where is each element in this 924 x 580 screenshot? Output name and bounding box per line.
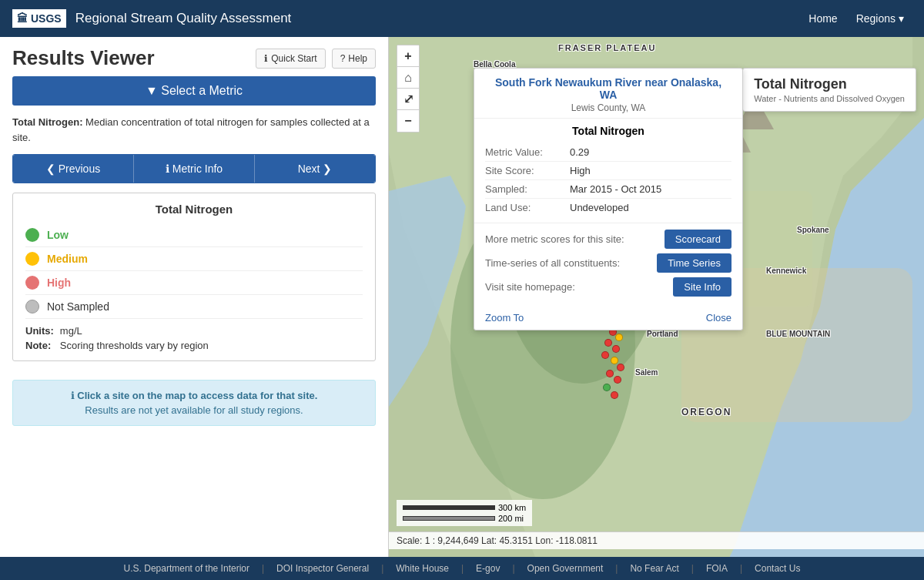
scorecard-button[interactable]: Scorecard bbox=[665, 230, 732, 249]
chevron-down-icon: ▾ bbox=[899, 12, 904, 25]
info-box: ℹ Click a site on the map to access data… bbox=[12, 380, 376, 426]
popup-row-metric-value: Metric Value: 0.29 bbox=[485, 143, 732, 162]
popup-body: Total Nitrogen Metric Value: 0.29 Site S… bbox=[474, 119, 742, 223]
scale-line-300km: 300 km bbox=[403, 503, 526, 512]
legend-label-low: Low bbox=[47, 229, 69, 241]
not-sampled-dot bbox=[25, 300, 39, 313]
usgs-logo: 🏛 USGS bbox=[12, 9, 66, 28]
logo-area: 🏛 USGS Regional Stream Quality Assessmen… bbox=[12, 9, 291, 28]
popup-scorecard-row: More metric scores for this site: Scorec… bbox=[485, 230, 732, 249]
map-dot-6[interactable] bbox=[615, 334, 623, 341]
footer-interior: U.S. Department of the Interior bbox=[118, 563, 256, 574]
scale-bar-200mi bbox=[403, 516, 495, 521]
help-button[interactable]: ? Help bbox=[332, 49, 376, 69]
flag-icon: 🏛 bbox=[17, 12, 28, 25]
map-dot-12[interactable] bbox=[606, 370, 614, 377]
footer-egov[interactable]: E-gov bbox=[470, 563, 506, 574]
popup-row-sampled: Sampled: Mar 2015 - Oct 2015 bbox=[485, 180, 732, 199]
next-button[interactable]: Next ❯ bbox=[255, 155, 375, 183]
popup-row-land-use: Land Use: Undeveloped bbox=[485, 199, 732, 216]
metric-info-card: Total Nitrogen Water - Nutrients and Dis… bbox=[742, 68, 916, 112]
scale-label-300km: 300 km bbox=[498, 503, 526, 512]
legend-item-low: Low bbox=[25, 223, 363, 247]
footer-fear-act[interactable]: No Fear Act bbox=[624, 563, 685, 574]
map-popup: South Fork Newaukum River near Onalaska,… bbox=[474, 68, 743, 330]
map-dot-13[interactable] bbox=[614, 376, 621, 384]
scale-label-200mi: 200 mi bbox=[498, 514, 524, 523]
legend-item-high: High bbox=[25, 271, 363, 295]
legend-item-medium: Medium bbox=[25, 247, 363, 271]
medium-dot bbox=[25, 252, 39, 266]
footer-doi[interactable]: DOI Inspector General bbox=[270, 563, 375, 574]
map-dot-10[interactable] bbox=[611, 357, 618, 364]
popup-header: South Fork Newaukum River near Onalaska,… bbox=[474, 69, 742, 119]
metric-description-bold: Total Nitrogen: bbox=[12, 116, 82, 128]
zoom-in-button[interactable]: + bbox=[397, 45, 419, 67]
map-dot-8[interactable] bbox=[612, 345, 620, 353]
map-scale: 300 km 200 mi bbox=[397, 500, 532, 526]
app-header: 🏛 USGS Regional Stream Quality Assessmen… bbox=[0, 0, 924, 37]
metric-info-button[interactable]: ℹ Metric Info bbox=[133, 155, 255, 183]
legend-label-high: High bbox=[47, 277, 71, 289]
map-zoom-controls: + ⌂ ⤢ − bbox=[397, 45, 420, 132]
scale-line-200mi: 200 mi bbox=[403, 514, 526, 523]
main-content: Results Viewer ℹ Quick Start ? Help ▼ Se… bbox=[0, 37, 924, 557]
metric-card-title: Total Nitrogen bbox=[754, 76, 905, 92]
map-dot-7[interactable] bbox=[604, 339, 612, 347]
nav-home[interactable]: Home bbox=[801, 8, 845, 29]
quick-start-button[interactable]: ℹ Quick Start bbox=[256, 49, 325, 69]
site-info-button[interactable]: Site Info bbox=[673, 277, 732, 297]
popup-row-site-score: Site Score: High bbox=[485, 162, 732, 180]
metric-description: Total Nitrogen: Median concentration of … bbox=[0, 106, 388, 154]
footer-foia[interactable]: FOIA bbox=[700, 563, 734, 574]
page-title: Results Viewer bbox=[12, 46, 155, 70]
popup-footer: Zoom To Close bbox=[474, 307, 742, 330]
home-button[interactable]: ⌂ bbox=[397, 67, 419, 89]
note-value: Scoring thresholds vary by region bbox=[60, 340, 363, 351]
map-area[interactable]: FRASER PLATEAU Bella Coola Spokane Kenne… bbox=[389, 37, 924, 557]
footer-contact-us[interactable]: Contact Us bbox=[748, 563, 806, 574]
footer: U.S. Department of the Interior | DOI In… bbox=[0, 557, 924, 580]
usgs-logo-text: USGS bbox=[31, 12, 62, 25]
map-status: Scale: 1 : 9,244,649 Lat: 45.3151 Lon: -… bbox=[389, 531, 924, 549]
header-nav: Home Regions ▾ bbox=[801, 8, 912, 29]
site-title: Regional Stream Quality Assessment bbox=[75, 11, 292, 26]
map-dot-9[interactable] bbox=[601, 351, 609, 359]
legend-item-not-sampled: Not Sampled bbox=[25, 295, 363, 319]
select-metric-button[interactable]: ▼ Select a Metric bbox=[12, 76, 376, 106]
header-buttons: ℹ Quick Start ? Help bbox=[256, 49, 376, 69]
high-dot bbox=[25, 276, 39, 290]
zoom-to-link[interactable]: Zoom To bbox=[485, 312, 524, 324]
map-dot-14[interactable] bbox=[603, 384, 611, 391]
popup-actions: More metric scores for this site: Scorec… bbox=[474, 223, 742, 307]
units-label: Units: bbox=[25, 325, 54, 337]
previous-button[interactable]: ❮ Previous bbox=[13, 155, 133, 183]
units-value: mg/L bbox=[60, 325, 363, 337]
footer-whitehouse[interactable]: White House bbox=[390, 563, 455, 574]
map-dot-11[interactable] bbox=[617, 364, 624, 371]
question-icon: ? bbox=[340, 53, 346, 64]
popup-timeseries-row: Time-series of all constituents: Time Se… bbox=[485, 253, 732, 273]
popup-location: Lewis County, WA bbox=[485, 102, 732, 113]
info-box-sub: Results are not yet available for all st… bbox=[24, 404, 364, 416]
popup-siteinfo-row: Visit site homepage: Site Info bbox=[485, 277, 732, 297]
legend-title: Total Nitrogen bbox=[25, 203, 363, 216]
time-series-button[interactable]: Time Series bbox=[657, 253, 732, 273]
info-icon-inline: ℹ bbox=[71, 390, 78, 401]
scale-bar: 300 km 200 mi bbox=[403, 503, 526, 523]
info-box-main: Click a site on the map to access data f… bbox=[77, 390, 317, 401]
footer-open-gov[interactable]: Open Government bbox=[521, 563, 610, 574]
low-dot bbox=[25, 228, 39, 242]
nav-regions[interactable]: Regions ▾ bbox=[849, 8, 912, 29]
nav-buttons: ❮ Previous ℹ Metric Info Next ❯ bbox=[12, 154, 376, 183]
fullscreen-button[interactable]: ⤢ bbox=[397, 89, 419, 110]
legend-box: Total Nitrogen Low Medium High Not Sampl… bbox=[12, 193, 376, 361]
legend-label-not-sampled: Not Sampled bbox=[47, 300, 109, 313]
map-dot-15[interactable] bbox=[611, 391, 618, 399]
results-viewer-header: Results Viewer ℹ Quick Start ? Help bbox=[0, 37, 388, 76]
close-link[interactable]: Close bbox=[706, 312, 732, 324]
map-background: FRASER PLATEAU Bella Coola Spokane Kenne… bbox=[389, 37, 924, 557]
legend-footer: Units: mg/L Note: Scoring thresholds var… bbox=[25, 325, 363, 351]
zoom-out-button[interactable]: − bbox=[397, 110, 419, 132]
note-label: Note: bbox=[25, 340, 54, 351]
